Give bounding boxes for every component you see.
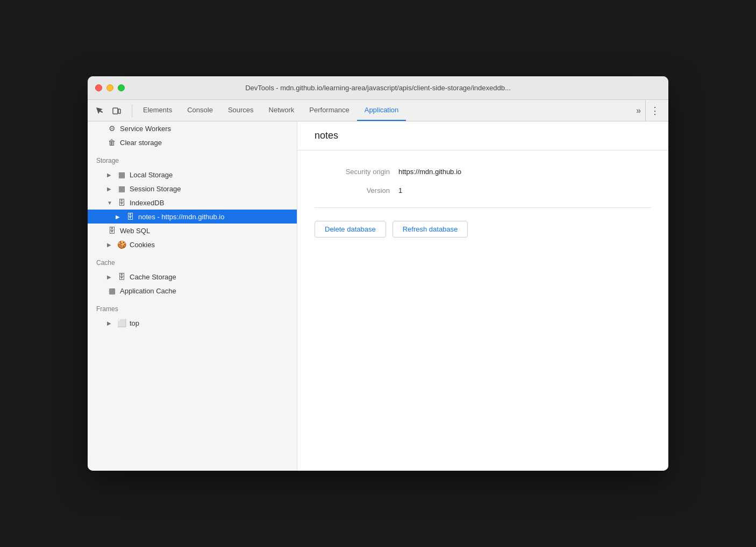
storage-section-label: Storage <box>88 149 297 168</box>
action-buttons: Delete database Refresh database <box>315 221 651 237</box>
window-title: DevTools - mdn.github.io/learning-area/j… <box>245 84 511 92</box>
refresh-database-button[interactable]: Refresh database <box>393 221 468 237</box>
close-button[interactable] <box>95 84 102 91</box>
cursor-tool-button[interactable] <box>92 103 107 118</box>
sidebar-item-clear-storage[interactable]: 🗑 Clear storage <box>88 135 297 149</box>
sidebar-item-cookies[interactable]: ▶ 🍪 Cookies <box>88 237 297 251</box>
security-origin-label: Security origin <box>315 168 390 176</box>
tab-list: Elements Console Sources Network Perform… <box>135 100 632 121</box>
content-area: notes Security origin https://mdn.github… <box>297 121 668 471</box>
sidebar-item-local-storage[interactable]: ▶ ▦ Local Storage <box>88 168 297 182</box>
sidebar-item-service-workers[interactable]: ⚙ Service Workers <box>88 121 297 135</box>
sidebar-item-notes-db[interactable]: ▶ 🗄 notes - https://mdn.github.io <box>88 210 297 224</box>
arrow-down-icon: ▼ <box>107 200 113 206</box>
devtools-toolbar: Elements Console Sources Network Perform… <box>88 100 668 121</box>
main-layout: ⚙ Service Workers 🗑 Clear storage Storag… <box>88 121 668 471</box>
sidebar-item-application-cache[interactable]: ▦ Application Cache <box>88 284 297 298</box>
db-title: notes <box>315 130 651 141</box>
version-label: Version <box>315 186 390 195</box>
more-tabs-button[interactable]: » <box>632 106 645 116</box>
tab-elements[interactable]: Elements <box>135 100 180 121</box>
gear-icon: ⚙ <box>107 124 117 133</box>
maximize-button[interactable] <box>118 84 125 91</box>
svg-rect-0 <box>113 108 118 114</box>
cache-section-label: Cache <box>88 251 297 270</box>
security-origin-row: Security origin https://mdn.github.io <box>315 168 651 176</box>
content-divider <box>315 207 651 208</box>
sidebar: ⚙ Service Workers 🗑 Clear storage Storag… <box>88 121 297 471</box>
tab-network[interactable]: Network <box>261 100 302 121</box>
sidebar-item-session-storage[interactable]: ▶ ▦ Session Storage <box>88 182 297 196</box>
arrow-right-icon: ▶ <box>116 214 122 220</box>
security-origin-value: https://mdn.github.io <box>398 168 461 176</box>
indexeddb-icon: 🗄 <box>117 198 126 207</box>
content-body: Security origin https://mdn.github.io Ve… <box>297 150 668 471</box>
devtools-window: DevTools - mdn.github.io/learning-area/j… <box>88 76 668 471</box>
tab-application[interactable]: Application <box>357 100 406 121</box>
arrow-right-icon: ▶ <box>107 186 113 192</box>
cookie-icon: 🍪 <box>117 240 126 249</box>
frames-section-label: Frames <box>88 298 297 316</box>
device-toggle-button[interactable] <box>109 103 124 118</box>
minimize-button[interactable] <box>106 84 113 91</box>
app-cache-icon: ▦ <box>107 286 117 295</box>
toolbar-icons <box>92 103 124 118</box>
sidebar-item-top-frame[interactable]: ▶ ⬜ top <box>88 316 297 330</box>
version-value: 1 <box>398 186 402 195</box>
sidebar-item-cache-storage[interactable]: ▶ 🗄 Cache Storage <box>88 270 297 284</box>
websql-icon: 🗄 <box>107 226 117 235</box>
tab-performance[interactable]: Performance <box>302 100 356 121</box>
cache-storage-icon: 🗄 <box>117 272 126 281</box>
delete-database-button[interactable]: Delete database <box>315 221 386 237</box>
tab-console[interactable]: Console <box>180 100 220 121</box>
titlebar: DevTools - mdn.github.io/learning-area/j… <box>88 76 668 100</box>
frame-icon: ⬜ <box>117 319 126 327</box>
local-storage-icon: ▦ <box>117 170 126 179</box>
arrow-right-icon: ▶ <box>107 242 113 248</box>
content-header: notes <box>297 121 668 150</box>
arrow-right-icon: ▶ <box>107 274 113 280</box>
toolbar-divider <box>132 104 132 117</box>
notes-db-icon: 🗄 <box>125 212 135 221</box>
sidebar-item-websql[interactable]: 🗄 Web SQL <box>88 224 297 237</box>
tab-sources[interactable]: Sources <box>220 100 261 121</box>
arrow-right-icon: ▶ <box>107 320 113 326</box>
sidebar-item-indexeddb[interactable]: ▼ 🗄 IndexedDB <box>88 196 297 210</box>
session-storage-icon: ▦ <box>117 184 126 193</box>
svg-rect-1 <box>118 109 120 113</box>
arrow-right-icon: ▶ <box>107 172 113 178</box>
traffic-lights <box>95 84 125 91</box>
devtools-menu-button[interactable]: ⋮ <box>645 100 664 121</box>
version-row: Version 1 <box>315 186 651 195</box>
trash-icon: 🗑 <box>107 138 117 147</box>
